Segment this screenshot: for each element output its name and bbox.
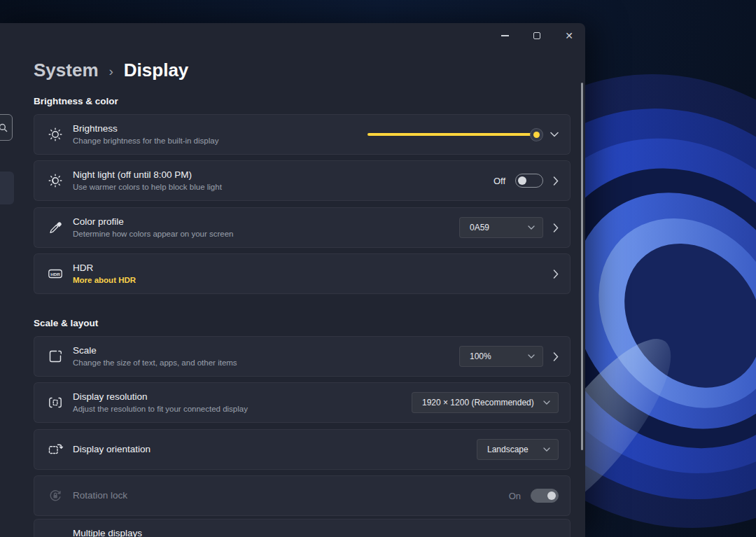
night-light-toggle[interactable]: [515, 174, 543, 188]
setting-row-night-light[interactable]: Night light (off until 8:00 PM) Use warm…: [34, 160, 570, 201]
setting-row-display-orientation[interactable]: Display orientation Landscape: [34, 429, 570, 470]
section-header-brightness-color: Brightness & color: [34, 96, 118, 106]
setting-row-multiple-displays[interactable]: Multiple displays: [34, 519, 570, 537]
setting-row-rotation-lock: Rotation lock On: [34, 475, 570, 516]
vertical-scrollbar[interactable]: [581, 83, 583, 450]
breadcrumb-system[interactable]: System: [34, 60, 99, 81]
display-orientation-icon: [46, 440, 64, 459]
display-resolution-dropdown[interactable]: 1920 × 1200 (Recommended): [412, 392, 559, 413]
page-title: Display: [124, 60, 189, 81]
section-header-scale-layout: Scale & layout: [34, 318, 98, 328]
chevron-down-icon: [528, 354, 535, 358]
scale-icon: [46, 347, 64, 365]
display-resolution-icon: [46, 393, 64, 412]
setting-row-scale[interactable]: Scale Change the size of text, apps, and…: [34, 336, 570, 377]
scale-dropdown[interactable]: 100%: [459, 346, 543, 367]
brightness-icon: [46, 125, 64, 144]
row-title: Scale: [73, 345, 237, 356]
row-title: Color profile: [73, 216, 233, 228]
chevron-right-icon[interactable]: [553, 352, 559, 361]
row-title: Display orientation: [73, 444, 150, 455]
setting-row-hdr[interactable]: HDR HDR More about HDR: [34, 253, 570, 294]
row-subtitle: Change the size of text, apps, and other…: [73, 358, 237, 368]
dropdown-value: 1920 × 1200 (Recommended): [422, 398, 534, 407]
rotation-lock-toggle: [531, 489, 559, 503]
magnifier-icon: [0, 123, 8, 132]
row-subtitle: Adjust the resolution to fit your connec…: [73, 405, 248, 414]
row-subtitle: Determine how colors appear on your scre…: [73, 230, 233, 239]
rotation-lock-icon: [46, 487, 64, 505]
display-orientation-dropdown[interactable]: Landscape: [477, 439, 559, 460]
toggle-state-label: On: [509, 491, 521, 501]
chevron-down-icon: [543, 400, 550, 405]
search-input[interactable]: [0, 114, 13, 141]
display-settings-page: System › Display Brightness & color Brig…: [34, 23, 570, 537]
chevron-right-icon[interactable]: [553, 223, 559, 232]
setting-row-color-profile[interactable]: Color profile Determine how colors appea…: [34, 207, 570, 248]
row-title: Display resolution: [73, 391, 248, 403]
color-profile-dropdown[interactable]: 0A59: [459, 217, 543, 238]
settings-window: ✕ System › Display Brightness & color Br…: [0, 23, 585, 537]
more-about-hdr-link[interactable]: More about HDR: [73, 276, 136, 285]
row-title: HDR: [73, 263, 136, 274]
toggle-state-label: Off: [493, 176, 505, 186]
brightness-slider[interactable]: [368, 127, 540, 141]
row-title: Multiple displays: [73, 528, 142, 537]
dropdown-value: 0A59: [470, 223, 489, 232]
row-subtitle: Change brightness for the built-in displ…: [73, 137, 218, 146]
row-title: Night light (off until 8:00 PM): [73, 169, 222, 181]
setting-row-display-resolution[interactable]: Display resolution Adjust the resolution…: [34, 382, 570, 423]
chevron-down-icon: [528, 225, 535, 230]
toggle-knob: [547, 491, 556, 500]
slider-thumb[interactable]: [530, 128, 543, 141]
dropdown-value: Landscape: [487, 445, 528, 454]
chevron-down-icon[interactable]: [550, 132, 559, 137]
svg-text:HDR: HDR: [50, 272, 60, 277]
chevron-right-icon[interactable]: [553, 270, 559, 279]
hdr-icon: HDR: [46, 265, 64, 283]
row-title: Rotation lock: [73, 490, 127, 501]
row-title: Brightness: [73, 123, 218, 134]
setting-row-brightness[interactable]: Brightness Change brightness for the bui…: [34, 114, 570, 155]
chevron-down-icon: [543, 447, 550, 452]
color-profile-icon: [46, 218, 64, 237]
breadcrumb-separator-icon: ›: [109, 64, 113, 79]
chevron-right-icon[interactable]: [553, 176, 559, 186]
sidebar-item-system[interactable]: [0, 172, 14, 204]
slider-track: [368, 133, 540, 137]
night-light-icon: [46, 172, 64, 190]
dropdown-value: 100%: [470, 351, 491, 361]
breadcrumb: System › Display: [34, 60, 188, 81]
toggle-knob: [518, 176, 526, 185]
row-subtitle: Use warmer colors to help block blue lig…: [73, 183, 222, 192]
